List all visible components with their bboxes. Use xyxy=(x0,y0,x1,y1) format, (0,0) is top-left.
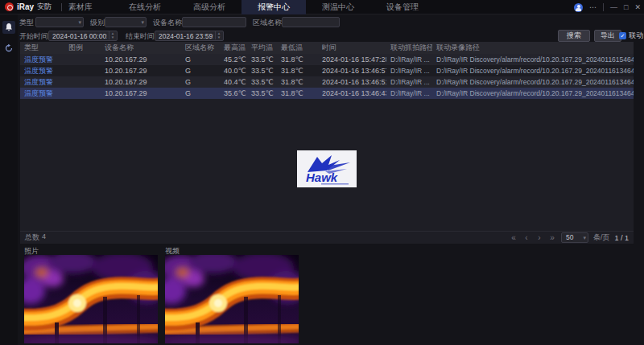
cell-max_temp: 40.0℃ xyxy=(220,67,247,75)
time-spinner-icon[interactable]: ▲▼ xyxy=(215,31,222,39)
tab-素材库[interactable]: 素材库 xyxy=(48,0,113,14)
cell-min_temp: 31.8℃ xyxy=(277,67,318,75)
cell-time: 2024-01-16 13:46:57 xyxy=(318,67,386,75)
minimize-button[interactable]: — xyxy=(610,0,617,14)
cell-min_temp: 31.8℃ xyxy=(277,55,318,64)
cell-snapshot_path: D:/IRay/IR ... xyxy=(386,55,432,64)
tab-在线分析[interactable]: 在线分析 xyxy=(113,0,177,14)
maximize-button[interactable]: □ xyxy=(624,0,628,14)
prev-page-icon[interactable]: ‹ xyxy=(522,232,530,244)
linkage-checkbox[interactable]: ✓ xyxy=(619,32,626,39)
cell-type: 温度预警 xyxy=(20,55,64,65)
type-filter-label: 类型 xyxy=(19,18,34,28)
left-sidebar xyxy=(0,14,18,345)
column-header: 时间 xyxy=(318,43,386,53)
column-header: 设备名称 xyxy=(101,43,181,53)
start-time-input[interactable] xyxy=(48,31,118,41)
user-avatar-icon[interactable] xyxy=(574,3,583,12)
pagination: « ‹ › » 50▾ 条/页 1 / 1 xyxy=(510,232,629,244)
chevron-down-icon: ▾ xyxy=(583,233,586,242)
cell-avg_temp: 33.5℃ xyxy=(247,89,277,97)
brand-icon xyxy=(5,2,14,11)
cell-time: 2024-01-16 13:46:43 xyxy=(318,89,386,97)
cell-region: G xyxy=(181,78,220,86)
column-header: 平均温 xyxy=(247,43,277,53)
cell-type: 温度预警 xyxy=(20,66,64,76)
cell-device: 10.20.167.29 xyxy=(101,89,181,97)
tab-高级分析[interactable]: 高级分析 xyxy=(177,0,242,14)
search-button[interactable]: 搜索 xyxy=(558,30,590,42)
filter-bar: 类型 ▾ 级别 ▾ 设备名称 区域名称 开始时间 ▲▼ 结束时间 ▲▼ 搜索 导… xyxy=(18,14,644,43)
window-controls: ⋯ — □ ✕ xyxy=(574,0,641,14)
type-filter-select[interactable]: ▾ xyxy=(35,17,84,27)
cell-region: G xyxy=(181,67,220,75)
cell-max_temp: 45.2℃ xyxy=(220,55,247,64)
time-spinner-icon[interactable]: ▲▼ xyxy=(109,31,116,39)
device-name-label: 设备名称 xyxy=(153,18,182,28)
app-window: iRay 安防 素材库在线分析高级分析报警中心测温中心设备管理 ⋯ — □ ✕ … xyxy=(0,0,644,345)
table-row[interactable]: 温度预警10.20.167.29G40.0℃33.5℃31.8℃2024-01-… xyxy=(20,65,634,76)
end-time-label: 结束时间 xyxy=(126,31,155,42)
start-time-label: 开始时间 xyxy=(19,31,48,42)
history-refresh-icon[interactable] xyxy=(2,42,15,55)
level-filter-select[interactable]: ▾ xyxy=(105,17,147,27)
cell-time: 2024-01-16 13:46:51 xyxy=(318,78,386,86)
first-page-icon[interactable]: « xyxy=(510,232,518,244)
hawk-watermark: Hawk xyxy=(297,150,357,187)
tab-报警中心[interactable]: 报警中心 xyxy=(242,0,306,14)
cell-region: G xyxy=(181,55,220,64)
last-page-icon[interactable]: » xyxy=(548,232,556,244)
page-size-value: 50 xyxy=(566,233,573,241)
per-page-label: 条/页 xyxy=(593,232,610,243)
table-body: 温度预警10.20.167.29G45.2℃33.5℃31.8℃2024-01-… xyxy=(20,54,634,231)
table-row[interactable]: 温度预警10.20.167.29G35.6℃33.5℃31.8℃2024-01-… xyxy=(20,88,634,99)
controls-divider xyxy=(603,3,604,11)
more-menu-icon[interactable]: ⋯ xyxy=(589,0,597,14)
region-name-label: 区域名称 xyxy=(253,18,282,28)
title-bar: iRay 安防 素材库在线分析高级分析报警中心测温中心设备管理 ⋯ — □ ✕ xyxy=(0,0,644,14)
total-count: 总数 4 xyxy=(20,232,46,243)
next-page-icon[interactable]: › xyxy=(535,232,543,244)
cell-record_path: D:/IRay/IR Discovery/alarm/record/10.20.… xyxy=(432,78,634,86)
end-time-input[interactable] xyxy=(155,31,224,41)
cell-record_path: D:/IRay/IR Discovery/alarm/record/10.20.… xyxy=(432,67,634,75)
cell-type: 温度预警 xyxy=(20,77,64,88)
cell-record_path: D:/IRay/IR Discovery/alarm/record/10.20.… xyxy=(432,89,634,97)
cell-min_temp: 31.8℃ xyxy=(277,78,318,86)
cell-device: 10.20.167.29 xyxy=(101,67,181,75)
column-header: 区域名称 xyxy=(181,43,220,53)
cell-record_path: D:/IRay/IR Discovery/alarm/record/10.20.… xyxy=(432,55,634,64)
cell-avg_temp: 33.5℃ xyxy=(247,55,277,64)
cell-max_temp: 35.6℃ xyxy=(220,89,247,97)
alarm-table: 类型图例设备名称区域名称最高温平均温最低温时间联动抓拍路径联动录像路径 温度预警… xyxy=(20,42,634,244)
cell-snapshot_path: D:/IRay/IR ... xyxy=(386,89,432,97)
page-size-select[interactable]: 50▾ xyxy=(561,232,588,243)
page-indicator: 1 / 1 xyxy=(614,234,629,242)
cell-type: 温度预警 xyxy=(20,88,64,99)
cell-snapshot_path: D:/IRay/IR ... xyxy=(386,67,432,75)
close-button[interactable]: ✕ xyxy=(634,0,641,14)
table-header-row: 类型图例设备名称区域名称最高温平均温最低温时间联动抓拍路径联动录像路径 xyxy=(20,42,634,54)
cell-snapshot_path: D:/IRay/IR ... xyxy=(386,78,432,86)
cell-device: 10.20.167.29 xyxy=(101,55,181,64)
column-header: 类型 xyxy=(20,43,64,53)
export-button[interactable]: 导出 xyxy=(594,30,621,42)
thermal-photo-preview[interactable] xyxy=(24,255,158,343)
column-header: 最低温 xyxy=(277,43,318,53)
column-header: 联动录像路径 xyxy=(432,43,634,53)
column-header: 最高温 xyxy=(220,43,247,53)
region-name-input[interactable] xyxy=(282,17,340,27)
table-row[interactable]: 温度预警10.20.167.29G45.2℃33.5℃31.8℃2024-01-… xyxy=(20,54,634,65)
thermal-video-preview[interactable] xyxy=(165,255,299,343)
alarm-bell-icon[interactable] xyxy=(2,21,15,34)
tab-测温中心[interactable]: 测温中心 xyxy=(306,0,370,14)
total-value: 4 xyxy=(42,232,46,243)
linkage-checkbox-label: 联动 xyxy=(629,31,643,40)
device-name-input[interactable] xyxy=(182,17,246,27)
column-header: 联动抓拍路径 xyxy=(386,43,432,53)
table-row[interactable]: 温度预警10.20.167.29G40.4℃33.5℃31.8℃2024-01-… xyxy=(20,76,634,88)
chevron-down-icon: ▾ xyxy=(78,18,81,27)
cell-device: 10.20.167.29 xyxy=(101,78,181,86)
brand-name: iRay xyxy=(17,2,34,11)
tab-设备管理[interactable]: 设备管理 xyxy=(370,0,435,14)
